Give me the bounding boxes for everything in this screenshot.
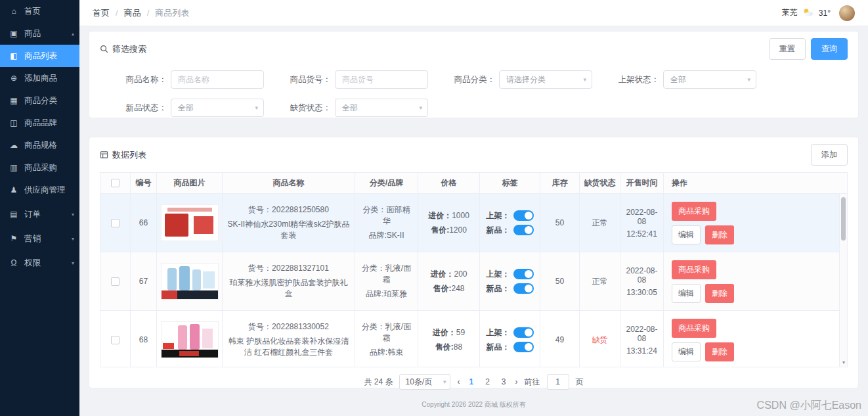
new-toggle[interactable]: [513, 225, 534, 235]
edit-button[interactable]: 编辑: [672, 225, 701, 244]
field-label: 商品分类：: [449, 74, 495, 85]
on-sale-toggle[interactable]: [513, 269, 534, 279]
stock-status-select[interactable]: 全部 ▾: [335, 99, 428, 117]
avatar[interactable]: [839, 5, 855, 21]
page-size-select[interactable]: 10条/页 ▾: [399, 374, 450, 390]
filter-title-text: 筛选搜索: [112, 43, 146, 55]
purchase-button[interactable]: 商品采购: [672, 260, 716, 279]
cell-sale-time: 2022-08-0813:31:24: [620, 311, 664, 367]
edit-button[interactable]: 编辑: [672, 342, 701, 361]
table-row: 67 货号：2022881327101珀莱雅水漾肌密护肤品套装护肤礼盒 分类：乳…: [100, 252, 847, 311]
col-price: 价格: [418, 173, 480, 194]
permission-icon: Ω: [9, 258, 18, 267]
chevron-down-icon: ▾: [583, 76, 586, 83]
select-all-checkbox[interactable]: [111, 179, 119, 187]
field-label: 商品货号：: [285, 74, 331, 85]
sidebar-item-label: 添加商品: [24, 73, 57, 84]
goto-unit: 页: [576, 377, 584, 388]
new-toggle[interactable]: [513, 342, 534, 352]
home-icon: ⌂: [9, 7, 18, 16]
category-select[interactable]: 请选择分类 ▾: [499, 70, 592, 89]
select-value: 全部: [342, 103, 358, 114]
cell-sale-time: 2022-08-0813:30:05: [620, 252, 664, 311]
purchase-button[interactable]: 商品采购: [672, 202, 716, 221]
prev-page-button[interactable]: ‹: [457, 377, 460, 386]
supplier-icon: ♟: [9, 185, 18, 195]
publish-status-select[interactable]: 全部 ▾: [663, 70, 756, 89]
row-checkbox[interactable]: [111, 219, 119, 227]
new-toggle[interactable]: [513, 283, 534, 294]
reset-button[interactable]: 重置: [769, 38, 806, 60]
new-status-select[interactable]: 全部 ▾: [171, 99, 264, 117]
sidebar-item-orders[interactable]: ▤ 订单 ▾: [0, 203, 79, 225]
select-value: 全部: [178, 103, 194, 114]
cell-name: 货号：2022881250580SK-II神仙水230ml精华液sk2护肤品套装: [223, 194, 355, 252]
table-scrollbar[interactable]: ▾: [839, 194, 847, 367]
page-number-2[interactable]: 2: [483, 377, 492, 386]
field-label: 商品名称：: [121, 74, 167, 85]
topbar-right: 莱芜 31°: [782, 5, 855, 21]
edit-button[interactable]: 编辑: [672, 284, 701, 303]
page-number-3[interactable]: 3: [499, 377, 509, 386]
row-checkbox[interactable]: [111, 277, 119, 286]
delete-button[interactable]: 删除: [705, 284, 734, 303]
select-value: 请选择分类: [506, 74, 546, 85]
sidebar-item-supplier[interactable]: ♟ 供应商管理: [0, 179, 79, 201]
sidebar-item-home[interactable]: ⌂ 首页: [0, 0, 79, 22]
sidebar-item-product-list[interactable]: ◧ 商品列表: [0, 45, 79, 67]
scrollbar-thumb[interactable]: [841, 197, 846, 241]
main-content: 筛选搜索 重置 查询 商品名称： 商品货号： 商品分类： 请选择分类 ▾: [79, 26, 868, 416]
sidebar-item-label: 商品采购: [24, 162, 57, 173]
table-row: 66 货号：2022881250580SK-II神仙水230ml精华液sk2护肤…: [100, 194, 847, 252]
sidebar-item-category[interactable]: ▦ 商品分类: [0, 89, 79, 112]
product-image: [161, 321, 219, 358]
sidebar-item-label: 商品规格: [24, 140, 57, 151]
on-sale-toggle[interactable]: [513, 327, 534, 338]
sidebar-item-permissions[interactable]: Ω 权限 ▾: [0, 252, 79, 274]
breadcrumb-goods[interactable]: 商品: [124, 7, 141, 19]
product-sku-input[interactable]: [335, 70, 428, 89]
sidebar-item-add-product[interactable]: ⊕ 添加商品: [0, 67, 79, 89]
breadcrumb-current: 商品列表: [155, 7, 189, 19]
table-row: 68 货号：2022881330052韩束 护肤品化妆品套装补水保湿清洁 红石榴…: [100, 311, 847, 367]
order-icon: ▤: [9, 210, 18, 219]
next-page-button[interactable]: ›: [515, 377, 518, 386]
weather-icon: [802, 8, 814, 18]
sidebar-item-spec[interactable]: ☁ 商品规格: [0, 134, 79, 156]
data-list-card: 数据列表 添加 编号 商品图片 商品名称 分类/品牌 价格 标签 库存 缺货状态…: [89, 137, 859, 388]
cell-tags: 上架： 新品：: [480, 311, 540, 367]
scroll-down-icon[interactable]: ▾: [840, 359, 847, 366]
delete-button[interactable]: 删除: [705, 225, 734, 244]
breadcrumb-separator: /: [147, 8, 150, 18]
breadcrumb-home[interactable]: 首页: [93, 7, 110, 19]
cell-category: 分类：乳液/面霜品牌:珀莱雅: [355, 252, 418, 311]
sidebar-item-marketing[interactable]: ⚑ 营销 ▾: [0, 227, 79, 250]
copyright: Copyright 2026 2022 商城 版权所有: [79, 400, 868, 409]
topbar: 首页 / 商品 / 商品列表 莱芜 31°: [79, 0, 868, 26]
page-size-value: 10条/页: [405, 377, 432, 388]
field-label: 新品状态：: [121, 103, 167, 114]
sidebar-item-brand[interactable]: ◫ 商品品牌: [0, 112, 79, 134]
row-checkbox[interactable]: [111, 336, 119, 344]
table-body: 66 货号：2022881250580SK-II神仙水230ml精华液sk2护肤…: [100, 194, 847, 367]
purchase-icon: ▥: [9, 163, 18, 172]
chevron-up-icon: ▴: [72, 31, 74, 37]
cell-price: 进价：59 售价:88: [418, 311, 480, 367]
cell-actions: 商品采购 编辑 删除: [664, 252, 847, 311]
sidebar-item-goods[interactable]: ▣ 商品 ▴: [0, 22, 79, 45]
purchase-button[interactable]: 商品采购: [672, 319, 716, 338]
goto-page-input[interactable]: [547, 374, 569, 390]
add-button[interactable]: 添加: [811, 144, 848, 166]
chevron-down-icon: ▾: [255, 104, 258, 111]
query-button[interactable]: 查询: [811, 38, 848, 60]
sidebar-item-purchase[interactable]: ▥ 商品采购: [0, 156, 79, 179]
brand-icon: ◫: [9, 118, 18, 127]
on-sale-toggle[interactable]: [513, 210, 534, 221]
delete-button[interactable]: 删除: [705, 342, 734, 361]
col-tags: 标签: [480, 173, 540, 194]
sidebar-item-label: 首页: [24, 6, 41, 17]
data-list-title: 数据列表: [100, 149, 146, 161]
col-category: 分类/品牌: [355, 173, 418, 194]
page-number-1[interactable]: 1: [466, 377, 476, 386]
product-name-input[interactable]: [171, 70, 264, 89]
